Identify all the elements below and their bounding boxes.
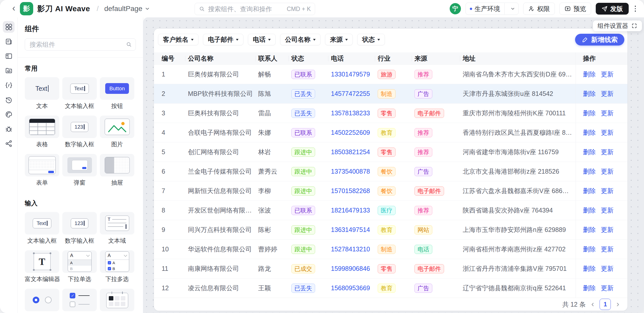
rail-debug-icon[interactable]	[3, 123, 15, 135]
update-link[interactable]: 更新	[601, 109, 614, 117]
component-tile-input-number[interactable]: 123数字输入框	[62, 212, 97, 244]
prev-page-button[interactable]: ‹	[591, 300, 595, 308]
rail-components-icon[interactable]	[3, 21, 15, 33]
component-tile-select-multi[interactable]: AAB下拉多选	[100, 250, 134, 282]
rail-theme-icon[interactable]	[3, 108, 15, 120]
component-tile-richtext[interactable]: T富文本编辑器	[25, 250, 59, 282]
editor-canvas[interactable]: 组件设置器 客户姓名电子邮件电话公司名称来源状态 新增线索 编号公司名称联系人状…	[143, 17, 644, 313]
table-row[interactable]: 11南康网络有限公司路龙已成交15998906846零售电子邮件浙江省丹丹市清浦…	[154, 259, 627, 278]
source-cell: 电子邮件	[414, 109, 463, 118]
component-tile-modal[interactable]: 弹窗	[62, 154, 97, 186]
component-tile-image[interactable]: 图片	[100, 116, 134, 147]
filter-pill[interactable]: 电话	[248, 34, 276, 45]
global-search[interactable]: CMD + K	[195, 3, 315, 15]
page-number[interactable]: 1	[600, 299, 611, 310]
column-header: 状态	[291, 52, 331, 64]
update-link[interactable]: 更新	[601, 70, 614, 79]
next-page-button[interactable]: ›	[616, 300, 620, 308]
component-tile-textarea[interactable]: T文本域	[100, 212, 134, 244]
update-link[interactable]: 更新	[601, 148, 614, 156]
delete-link[interactable]: 删除	[583, 187, 596, 195]
delete-link[interactable]: 删除	[583, 70, 596, 79]
global-search-input[interactable]	[208, 5, 284, 13]
component-settings-pill[interactable]: 组件设置器	[593, 20, 642, 31]
delete-link[interactable]: 删除	[583, 148, 596, 156]
delete-link[interactable]: 删除	[583, 128, 596, 137]
component-tile-date[interactable]: 日期选择器	[100, 289, 134, 313]
update-link[interactable]: 更新	[601, 284, 614, 292]
update-link[interactable]: 更新	[601, 90, 614, 98]
components-panel: 组件 常用Text文本Text文本输入框Button按钮表格123数字输入框图片…	[18, 17, 143, 313]
table-row[interactable]: 1巨奥传媒有限公司解畅已联系13301479579旅游推荐湖南省乌鲁木齐市大东西…	[154, 64, 627, 84]
delete-link[interactable]: 删除	[583, 90, 596, 98]
expand-icon	[631, 23, 637, 29]
filter-pill[interactable]: 电子邮件	[203, 34, 243, 45]
select-single-preview-icon: AAB	[62, 250, 97, 273]
rail-history-icon[interactable]	[3, 94, 15, 106]
component-tile-input-text[interactable]: Text文本输入框	[62, 77, 97, 109]
delete-link[interactable]: 删除	[583, 264, 596, 273]
table-row[interactable]: 10华远软件信息有限公司曹婷婷跟进中15278413210制造电话河南省梧州市孝…	[154, 239, 627, 259]
topbar-actions: 宁 生产环境 权限 预览 发版	[450, 3, 638, 15]
add-lead-button[interactable]: 新增线索	[575, 34, 624, 46]
update-link[interactable]: 更新	[601, 245, 614, 253]
delete-link[interactable]: 删除	[583, 206, 596, 215]
company-name: 华远软件信息有限公司	[188, 245, 258, 253]
component-tile-input-text[interactable]: Text文本输入框	[25, 212, 59, 244]
permissions-button[interactable]: 权限	[523, 3, 555, 15]
filter-pill[interactable]: 客户姓名	[158, 34, 198, 45]
table-row[interactable]: 4合联电子网络有限公司朱娜已联系14502252609教育推荐香港特别行政区凤兰…	[154, 123, 627, 142]
table-row[interactable]: 5创汇网络有限公司林岩跟进中18503821254零售推荐河南省建华市海港陈街v…	[154, 142, 627, 162]
component-tile-table[interactable]: 表格	[25, 116, 59, 147]
update-link[interactable]: 更新	[601, 206, 614, 215]
delete-link[interactable]: 删除	[583, 284, 596, 292]
rail-code-icon[interactable]	[3, 79, 15, 91]
delete-link[interactable]: 删除	[583, 109, 596, 117]
tile-label: 下拉单选	[62, 276, 97, 282]
component-tile-form[interactable]: 表单	[25, 154, 59, 186]
component-tile-input-number[interactable]: 123数字输入框	[62, 116, 97, 147]
environment-selector[interactable]: 生产环境	[466, 3, 519, 15]
filter-label: 客户姓名	[163, 35, 188, 44]
component-search-input[interactable]	[29, 41, 123, 49]
update-link[interactable]: 更新	[601, 226, 614, 234]
page-selector[interactable]: defaultPage	[104, 5, 150, 13]
table-row[interactable]: 2MBP软件科技有限公司陈旭已丢失14577472255制造广告天津市丹县东城张…	[154, 84, 627, 103]
preview-button[interactable]: 预览	[559, 3, 591, 15]
table-row[interactable]: 3巨奥科技有限公司雷晶已丢失13578138233零售电子邮件重庆市郑州市海陵梧…	[154, 103, 627, 123]
table-row[interactable]: 7网新恒天信息有限公司李柳跟进中15701582268餐饮电子邮件江苏省六盘水县…	[154, 181, 627, 200]
filter-pill[interactable]: 状态	[357, 34, 385, 45]
rail-pages-icon[interactable]	[3, 36, 15, 47]
update-link[interactable]: 更新	[601, 187, 614, 195]
filter-pill[interactable]: 公司名称	[280, 34, 320, 45]
publish-button[interactable]: 发版	[596, 3, 629, 15]
actions-cell: 删除更新	[576, 240, 627, 259]
component-tile-text[interactable]: Text文本	[25, 77, 59, 109]
back-button[interactable]: ‹	[12, 4, 15, 13]
component-search[interactable]	[25, 38, 136, 51]
delete-link[interactable]: 删除	[583, 167, 596, 176]
component-tile-drawer[interactable]: 抽屉	[100, 154, 134, 186]
update-link[interactable]: 更新	[601, 264, 614, 273]
status-badge: 已成交	[291, 264, 315, 273]
component-tile-select-single[interactable]: AAB下拉单选	[62, 250, 97, 282]
more-menu-button[interactable]	[633, 4, 638, 13]
table-row[interactable]: 9同兴万点科技有限公司陈彬跟进中13631497514教育网站上海市玉华市静安郑…	[154, 220, 627, 239]
update-link[interactable]: 更新	[601, 167, 614, 176]
component-tile-radio-group[interactable]: 单选框组	[25, 289, 59, 313]
component-tile-checkbox-group[interactable]: 多选框组	[62, 289, 97, 313]
rail-layout-icon[interactable]	[3, 50, 15, 62]
delete-link[interactable]: 删除	[583, 226, 596, 234]
table-row[interactable]: 12凌云信息有限公司王颖已丢失15680953669教育广告辽宁省宁德县魏都南京…	[154, 278, 627, 298]
update-link[interactable]: 更新	[601, 128, 614, 137]
user-avatar[interactable]: 宁	[450, 3, 461, 14]
table-row[interactable]: 8开发区世创网络有限公司张波已联系18216479133医疗推荐陕西省璐县安次孙…	[154, 200, 627, 220]
rail-integrations-icon[interactable]	[3, 138, 15, 149]
table-row[interactable]: 6兰金电子传媒有限公司萧秀云跟进中13735400878餐饮广告北京市文县海港邯…	[154, 162, 627, 181]
component-tile-button[interactable]: Button按钮	[100, 77, 134, 109]
tile-label: 富文本编辑器	[25, 276, 59, 282]
source-badge: 推荐	[414, 70, 432, 79]
filter-pill[interactable]: 来源	[325, 34, 353, 45]
delete-link[interactable]: 删除	[583, 245, 596, 253]
rail-code-files-icon[interactable]	[3, 65, 15, 76]
